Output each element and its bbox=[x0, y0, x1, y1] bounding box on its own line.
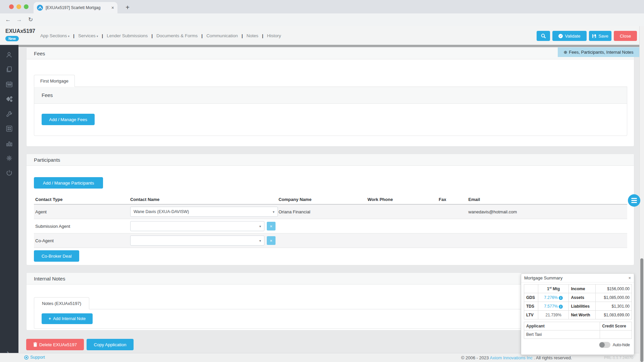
scroll-shadow bbox=[18, 45, 639, 47]
nav-separator: | bbox=[242, 33, 243, 38]
documents-icon[interactable] bbox=[5, 66, 13, 73]
info-icon[interactable]: i bbox=[559, 305, 563, 309]
floating-menu-button[interactable] bbox=[628, 194, 640, 207]
add-manage-participants-button[interactable]: Add / Manage Participants bbox=[34, 177, 103, 189]
browser-tabstrip: [EXUAx5197] Scarlett Mortgag × + bbox=[0, 0, 644, 13]
back-icon[interactable]: ← bbox=[4, 16, 12, 23]
logout-power-icon[interactable] bbox=[5, 169, 13, 177]
work-phone-cell bbox=[366, 219, 437, 234]
reload-icon[interactable]: ↻ bbox=[27, 16, 35, 23]
contact-type-cell: Co-Agent bbox=[34, 234, 129, 248]
submission-agent-select[interactable]: ▾ bbox=[130, 221, 264, 231]
auto-hide-toggle[interactable] bbox=[599, 342, 610, 348]
col-email: Email bbox=[467, 195, 627, 204]
add-internal-note-button[interactable]: + Add Internal Note bbox=[42, 313, 93, 324]
popup-close-icon[interactable]: × bbox=[628, 275, 631, 280]
nav-notes[interactable]: Notes bbox=[246, 33, 258, 38]
col-company-name: Company Name bbox=[277, 195, 366, 204]
window-close-button[interactable] bbox=[9, 4, 14, 9]
hamburger-icon bbox=[631, 198, 637, 199]
section-jump-badge[interactable]: ⊕ Fees, Participants, Internal Notes bbox=[558, 47, 639, 57]
nav-separator: | bbox=[262, 33, 263, 38]
tools-wrench-icon[interactable] bbox=[5, 110, 13, 118]
tab-first-mortgage[interactable]: First Mortgage bbox=[34, 75, 75, 87]
search-button[interactable] bbox=[537, 31, 550, 41]
tab-notes[interactable]: Notes (EXUAx5197) bbox=[34, 297, 89, 309]
info-icon[interactable]: i bbox=[559, 296, 563, 300]
app-sidebar: › bbox=[0, 45, 18, 362]
income-value: $156,000.00 bbox=[596, 285, 632, 293]
nav-history[interactable]: History bbox=[267, 33, 281, 38]
add-manage-fees-button[interactable]: Add / Manage Fees bbox=[42, 114, 95, 125]
nav-app-sections[interactable]: App Sections▾ bbox=[40, 33, 69, 38]
fees-card: Fees First Mortgage Fees Add / Manage Fe… bbox=[26, 47, 634, 147]
fees-card-title: Fees bbox=[27, 48, 634, 59]
nav-services[interactable]: Services▾ bbox=[78, 33, 98, 38]
new-tab-button[interactable]: + bbox=[123, 3, 132, 12]
col-fax: Fax bbox=[437, 195, 467, 204]
forward-icon[interactable]: → bbox=[15, 16, 23, 23]
services-gears-icon[interactable] bbox=[5, 95, 13, 103]
summary-table: 1st Mtg Income $156,000.00 GDS 7.276%i A… bbox=[524, 284, 632, 319]
reports-chart-icon[interactable] bbox=[5, 140, 13, 147]
fax-cell bbox=[437, 234, 467, 248]
contacts-icon[interactable] bbox=[5, 51, 13, 59]
copy-application-button[interactable]: Copy Application bbox=[87, 339, 134, 350]
company-link[interactable]: Axiom Innovations Inc bbox=[490, 355, 532, 360]
tab-close-icon[interactable]: × bbox=[111, 5, 114, 10]
scrollbar-thumb[interactable] bbox=[640, 258, 643, 362]
co-agent-select[interactable]: ▾ bbox=[130, 236, 264, 246]
validate-button[interactable]: ✓ Validate bbox=[552, 31, 587, 41]
liabilities-value: $1,301.00 bbox=[596, 302, 632, 311]
keypad-icon[interactable] bbox=[5, 125, 13, 133]
credit-score-column-header: Credit Score bbox=[600, 322, 632, 330]
check-circle-icon: ✓ bbox=[558, 34, 563, 38]
scrollbar-track[interactable] bbox=[639, 26, 644, 362]
window-zoom-button[interactable] bbox=[24, 4, 29, 9]
tds-value: 7.577%i bbox=[538, 302, 569, 311]
support-lifering-icon bbox=[24, 355, 29, 360]
liabilities-label: Liabilities bbox=[569, 302, 596, 311]
popup-title: Mortgage Summary bbox=[524, 275, 562, 280]
participants-card: Participants Add / Manage Participants C… bbox=[26, 154, 634, 265]
participants-table: Contact Type Contact Name Company Name W… bbox=[34, 195, 627, 248]
support-link[interactable]: Support bbox=[24, 355, 45, 360]
nav-documents-forms[interactable]: Documents & Forms bbox=[156, 33, 198, 38]
co-broker-deal-button[interactable]: Co-Broker Deal bbox=[34, 250, 79, 262]
mortgage-summary-popup: Mortgage Summary × 1st Mtg Income $156,0… bbox=[521, 273, 634, 355]
agent-select[interactable]: Wane Davis (EXUA-DAVISW) ▾ bbox=[130, 207, 278, 217]
company-cell bbox=[277, 219, 366, 234]
gds-label: GDS bbox=[524, 293, 538, 302]
nav-communication[interactable]: Communication bbox=[206, 33, 238, 38]
work-phone-cell bbox=[366, 204, 437, 219]
deal-id: EXUAx5197 bbox=[5, 28, 35, 34]
tab-title: [EXUAx5197] Scarlett Mortgag bbox=[46, 5, 109, 10]
delete-application-button[interactable]: Delete EXUAx5197 bbox=[26, 339, 84, 350]
nav-lender-submissions[interactable]: Lender Submissions bbox=[107, 33, 148, 38]
app-header: EXUAx5197 New App Sections▾ | Services▾ … bbox=[0, 26, 644, 45]
calendar-icon[interactable] bbox=[5, 81, 13, 88]
new-badge: New bbox=[5, 36, 19, 41]
clear-submission-agent-button[interactable]: × bbox=[267, 222, 276, 230]
save-button[interactable]: Save bbox=[589, 31, 611, 41]
chevron-down-icon: ▾ bbox=[97, 35, 98, 38]
work-phone-cell bbox=[366, 234, 437, 248]
nav-separator: | bbox=[73, 33, 75, 38]
settings-gear-icon[interactable] bbox=[5, 154, 13, 162]
col-contact-name: Contact Name bbox=[129, 195, 277, 204]
ltv-value: 21.739% bbox=[538, 311, 569, 319]
window-minimize-button[interactable] bbox=[16, 4, 21, 9]
table-row: Co-Agent ▾ × bbox=[34, 234, 627, 248]
close-button[interactable]: Close bbox=[614, 31, 637, 41]
email-cell bbox=[467, 234, 627, 248]
fees-panel-title: Fees bbox=[34, 87, 627, 104]
fees-tabbar: First Mortgage bbox=[34, 75, 627, 87]
clear-co-agent-button[interactable]: × bbox=[267, 236, 276, 245]
browser-tab[interactable]: [EXUAx5197] Scarlett Mortgag × bbox=[34, 2, 117, 13]
fax-cell bbox=[437, 204, 467, 219]
nav-separator: | bbox=[102, 33, 103, 38]
gds-value: 7.276%i bbox=[538, 293, 569, 302]
screen: [EXUAx5197] Scarlett Mortgag × + ← → ↻ m… bbox=[0, 0, 644, 362]
assets-label: Assets bbox=[569, 293, 596, 302]
applicant-table: Applicant Credit Score Bert Taxi bbox=[524, 322, 632, 339]
